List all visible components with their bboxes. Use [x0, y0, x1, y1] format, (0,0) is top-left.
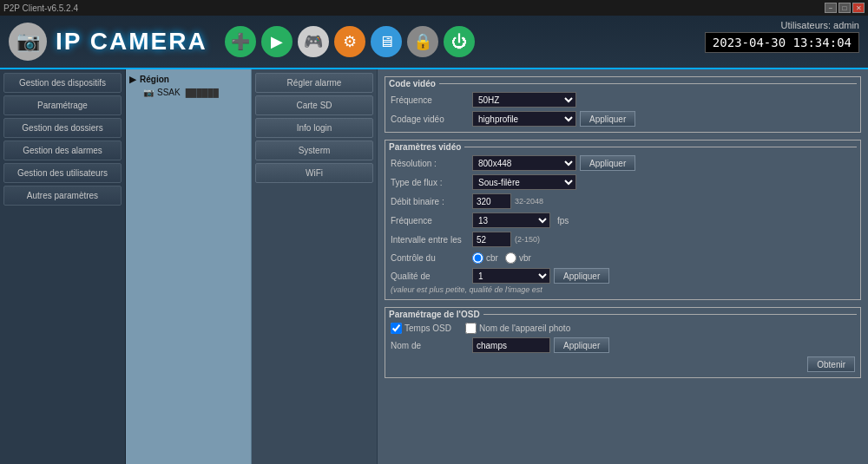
bitrate-label: Débit binaire : [391, 197, 469, 206]
coding-row: Codage vidéo highprofile baseline main A… [385, 109, 860, 128]
interval-row: Intervalle entre les (2-150) [385, 230, 860, 249]
vbr-option: vbr [505, 252, 531, 264]
vbr-label: vbr [519, 253, 531, 263]
cbr-option: cbr [472, 252, 498, 264]
video-params-title: Paramètres vidéo [389, 142, 461, 152]
quality-note: (valeur est plus petite, qualité de l'im… [385, 285, 860, 296]
video-code-title: Code vidéo [389, 79, 436, 88]
quality-row: Qualité de 1 2 3 4 5 Appliquer [385, 266, 860, 285]
close-button[interactable]: ✕ [852, 3, 865, 13]
video-code-header: Code vidéo [385, 77, 860, 90]
sidebar-item-gestion-alarmes[interactable]: Gestion des alarmes [3, 141, 122, 160]
sidebar-item-parametrage[interactable]: Paramétrage [3, 95, 122, 115]
tab-carte-sd[interactable]: Carte SD [255, 95, 373, 115]
freq-video-select[interactable]: 13 15 25 30 [472, 212, 550, 228]
fps-unit: fps [557, 216, 569, 225]
sidebar-item-gestion-utilisateurs[interactable]: Gestion des utilisateurs [3, 163, 122, 183]
power-icon[interactable]: ⏻ [444, 26, 475, 57]
region-label: Région [140, 75, 169, 84]
osd-get-row: Obtenir [385, 355, 860, 374]
device-panel: ▶ Région 📷 SSAK ██████ [126, 69, 252, 464]
video-params-section: Paramètres vidéo Résolution : 800x448 12… [385, 140, 861, 300]
cbr-label: cbr [486, 253, 498, 263]
freq-row: Fréquence 50HZ 60HZ [385, 90, 860, 109]
device-label: SSAK [157, 88, 181, 97]
camera-icon: 📷 [9, 23, 47, 61]
osd-name-row: Nom de Appliquer [385, 336, 860, 355]
video-code-apply-button[interactable]: Appliquer [580, 111, 635, 127]
device-ip: ██████ [186, 88, 219, 97]
osd-section: Paramétrage de l'OSD Temps OSD Nom de l'… [385, 307, 861, 378]
time-osd-checkbox[interactable] [391, 323, 402, 334]
interval-range: (2-150) [515, 235, 540, 244]
header-right: Utilisateurs: admin 2023-04-30 13:34:04 [705, 20, 859, 53]
play-icon[interactable]: ▶ [261, 26, 293, 57]
osd-title: Paramétrage de l'OSD [389, 310, 480, 319]
datetime: 2023-04-30 13:34:04 [705, 32, 859, 53]
monitor-icon[interactable]: 🖥 [371, 26, 402, 57]
resolution-select[interactable]: 800x448 1280x720 1920x1080 [472, 155, 576, 171]
tab-info-login[interactable]: Info login [255, 118, 373, 138]
quality-apply-button[interactable]: Appliquer [554, 268, 609, 284]
quality-label: Qualité de [391, 271, 469, 281]
add-icon[interactable]: ➕ [225, 26, 256, 57]
tab-wifi[interactable]: WiFi [255, 163, 373, 183]
video-params-apply-button[interactable]: Appliquer [580, 155, 635, 171]
vbr-radio[interactable] [505, 252, 516, 264]
tab-regler-alarme[interactable]: Régler alarme [255, 73, 373, 93]
coding-select[interactable]: highprofile baseline main [472, 111, 576, 127]
content: Code vidéo Fréquence 50HZ 60HZ Codage vi… [378, 69, 868, 464]
user-label: Utilisateurs: admin [705, 20, 859, 30]
bitrate-input[interactable] [472, 193, 511, 209]
coding-label: Codage vidéo [391, 114, 469, 124]
time-osd-label: Temps OSD [404, 323, 451, 333]
osd-line [483, 314, 857, 315]
device-name-checkbox[interactable] [465, 323, 477, 334]
stream-type-label: Type de flux : [391, 178, 469, 187]
quality-select[interactable]: 1 2 3 4 5 [472, 268, 550, 284]
freq-label: Fréquence [391, 95, 469, 105]
resolution-label: Résolution : [391, 159, 469, 168]
freq-select[interactable]: 50HZ 60HZ [472, 92, 576, 108]
titlebar: P2P Client-v6.5.2.4 − □ ✕ [0, 0, 868, 16]
device-name-label: Nom de l'appareil photo [479, 323, 570, 333]
steering-icon[interactable]: 🎮 [298, 26, 329, 57]
cbr-radio[interactable] [472, 252, 483, 264]
video-params-header: Paramètres vidéo [385, 141, 860, 154]
osd-name-input[interactable] [472, 337, 550, 353]
stream-type-select[interactable]: Sous-filère Flux principal [472, 174, 576, 190]
osd-get-button[interactable]: Obtenir [807, 356, 855, 372]
header-icons: ➕ ▶ 🎮 ⚙ 🖥 🔒 ⏻ [225, 26, 475, 57]
right-panel: Régler alarme Carte SD Info login Syster… [252, 69, 378, 464]
video-params-line [464, 147, 857, 147]
osd-header: Paramétrage de l'OSD [385, 308, 860, 321]
maximize-button[interactable]: □ [838, 3, 851, 13]
video-code-line [439, 83, 857, 84]
app-version: P2P Client-v6.5.2.4 [0, 3, 78, 13]
tree-region[interactable]: ▶ Région [129, 73, 247, 86]
freq-video-row: Fréquence 13 15 25 30 fps [385, 211, 860, 230]
minimize-button[interactable]: − [825, 3, 837, 13]
header: 📷 IP CAMERA ➕ ▶ 🎮 ⚙ 🖥 🔒 ⏻ Utilisateurs: … [0, 16, 868, 69]
tree-device[interactable]: 📷 SSAK ██████ [129, 86, 247, 99]
time-osd-item: Temps OSD [391, 323, 451, 334]
stream-type-row: Type de flux : Sous-filère Flux principa… [385, 173, 860, 192]
lock-icon[interactable]: 🔒 [407, 26, 438, 57]
osd-name-label: Nom de [391, 341, 469, 350]
sidebar-item-gestion-dispositifs[interactable]: Gestion des dispositifs [3, 73, 122, 93]
device-name-item: Nom de l'appareil photo [465, 323, 570, 334]
app-title: IP CAMERA [56, 28, 207, 56]
osd-apply-button[interactable]: Appliquer [554, 337, 609, 353]
control-row: Contrôle du cbr vbr [385, 249, 860, 266]
freq-video-label: Fréquence [391, 216, 469, 225]
sidebar-item-gestion-dossiers[interactable]: Gestion des dossiers [3, 118, 122, 138]
triangle-icon: ▶ [129, 75, 136, 84]
interval-input[interactable] [472, 232, 511, 247]
sidebar: Gestion des dispositifs Paramétrage Gest… [0, 69, 126, 464]
tab-systerm[interactable]: Systerm [255, 141, 373, 160]
control-radio-group: cbr vbr [472, 252, 531, 264]
sidebar-item-autres-parametres[interactable]: Autres paramètres [3, 186, 122, 206]
osd-checkboxes-row: Temps OSD Nom de l'appareil photo [385, 321, 860, 336]
camera-tree-icon: 📷 [143, 88, 154, 97]
settings-icon[interactable]: ⚙ [334, 26, 365, 57]
